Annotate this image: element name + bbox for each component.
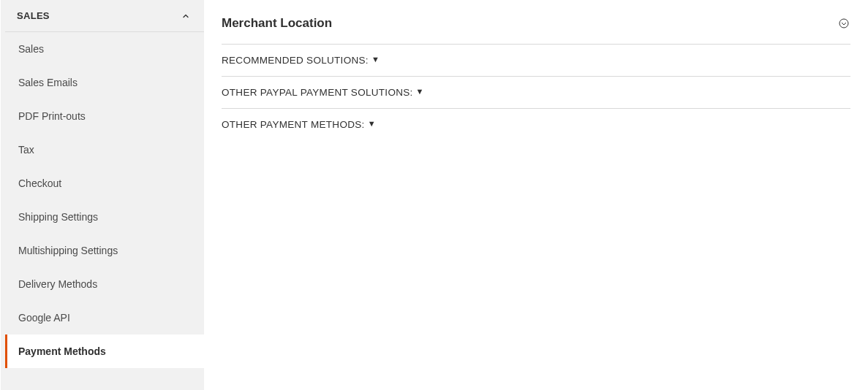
triangle-down-icon: ▼ bbox=[416, 88, 424, 96]
section-merchant-location[interactable]: Merchant Location bbox=[222, 12, 850, 45]
sidebar-item-tax[interactable]: Tax bbox=[5, 133, 204, 167]
sidebar-item-label: Google API bbox=[18, 312, 70, 324]
svg-point-0 bbox=[839, 19, 848, 28]
section-label: RECOMMENDED SOLUTIONS: bbox=[222, 55, 369, 66]
sidebar-item-multishipping-settings[interactable]: Multishipping Settings bbox=[5, 234, 204, 267]
expand-circle-icon bbox=[837, 17, 850, 30]
section-label: OTHER PAYMENT METHODS: bbox=[222, 119, 365, 130]
sidebar: SALES Sales Sales Emails PDF Print-outs … bbox=[0, 0, 204, 390]
sidebar-item-label: Checkout bbox=[18, 177, 61, 189]
sidebar-item-label: Shipping Settings bbox=[18, 211, 98, 223]
sidebar-item-shipping-settings[interactable]: Shipping Settings bbox=[5, 200, 204, 234]
sidebar-item-label: Sales bbox=[18, 43, 44, 55]
sidebar-item-pdf-print-outs[interactable]: PDF Print-outs bbox=[5, 99, 204, 133]
section-other-paypal-solutions[interactable]: OTHER PAYPAL PAYMENT SOLUTIONS: ▼ bbox=[222, 77, 850, 109]
sidebar-section-header-sales[interactable]: SALES bbox=[5, 0, 204, 32]
sidebar-item-delivery-methods[interactable]: Delivery Methods bbox=[5, 267, 204, 301]
section-other-payment-methods[interactable]: OTHER PAYMENT METHODS: ▼ bbox=[222, 109, 850, 140]
section-recommended-solutions[interactable]: RECOMMENDED SOLUTIONS: ▼ bbox=[222, 45, 850, 77]
sidebar-item-label: Multishipping Settings bbox=[18, 245, 118, 256]
sidebar-item-sales[interactable]: Sales bbox=[5, 32, 204, 66]
section-title: Merchant Location bbox=[222, 16, 332, 31]
section-label: OTHER PAYPAL PAYMENT SOLUTIONS: bbox=[222, 87, 413, 98]
sidebar-item-checkout[interactable]: Checkout bbox=[5, 167, 204, 200]
chevron-up-icon bbox=[181, 11, 191, 21]
triangle-down-icon: ▼ bbox=[368, 120, 376, 128]
sidebar-item-label: PDF Print-outs bbox=[18, 110, 86, 122]
sidebar-item-sales-emails[interactable]: Sales Emails bbox=[5, 66, 204, 99]
sidebar-item-payment-methods[interactable]: Payment Methods bbox=[5, 334, 204, 368]
sidebar-item-label: Delivery Methods bbox=[18, 278, 97, 290]
sidebar-item-label: Sales Emails bbox=[18, 77, 78, 88]
sidebar-item-label: Payment Methods bbox=[18, 345, 106, 357]
sidebar-item-google-api[interactable]: Google API bbox=[5, 301, 204, 334]
main-content: Merchant Location RECOMMENDED SOLUTIONS:… bbox=[204, 0, 868, 390]
sidebar-item-label: Tax bbox=[18, 144, 34, 156]
triangle-down-icon: ▼ bbox=[371, 56, 380, 64]
sidebar-section-title: SALES bbox=[17, 10, 50, 21]
sidebar-list: Sales Sales Emails PDF Print-outs Tax Ch… bbox=[5, 32, 204, 368]
